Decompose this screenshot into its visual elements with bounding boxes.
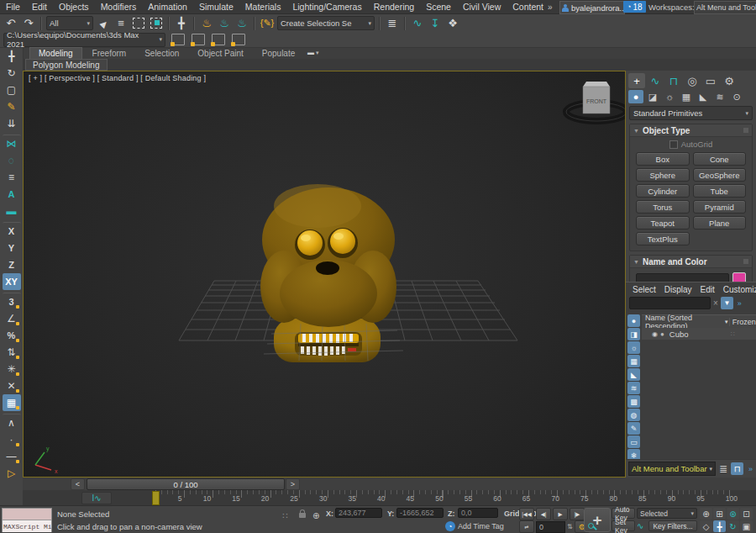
create-category-icon[interactable]: ▦ xyxy=(679,90,694,103)
zoom-region-icon[interactable]: ⊡ xyxy=(740,508,753,520)
transport-button[interactable]: ◀| xyxy=(536,508,551,520)
primitive-button[interactable]: Box xyxy=(636,152,690,166)
display-filter-icon[interactable]: ▩ xyxy=(627,395,640,408)
scene-object-row[interactable]: ◉ ● Cubo ∷ xyxy=(642,328,756,340)
search-input[interactable] xyxy=(629,297,711,309)
ribbon-tab[interactable]: Object Paint xyxy=(189,48,251,59)
scene-explorer-menu-item[interactable]: Edit xyxy=(701,285,715,294)
loop-toggle-button[interactable]: ⇄ xyxy=(519,520,534,533)
left-toolbar-icon[interactable]: ✳ xyxy=(3,361,21,377)
perspective-viewport[interactable]: FRONT x y [ + ] [ Perspective ] [ Standa… xyxy=(23,71,626,478)
workspace-tool-icon[interactable]: ⊓ xyxy=(731,462,743,475)
z-coordinate-field[interactable]: 0,0 xyxy=(458,508,498,518)
primitive-button[interactable]: Cone xyxy=(693,152,747,166)
left-toolbar-icon[interactable]: · xyxy=(3,431,21,448)
left-toolbar-icon[interactable]: ▦ xyxy=(3,394,21,411)
scene-explorer-menu-item[interactable]: Display xyxy=(664,285,692,294)
display-filter-icon[interactable]: ▦ xyxy=(627,355,640,367)
left-toolbar-icon[interactable]: 3 xyxy=(3,293,21,310)
workspace-selector[interactable]: Alt Menu and Toolbar▾ xyxy=(628,462,716,476)
schematic-view-icon[interactable]: ❖ xyxy=(445,16,460,31)
display-filter-icon[interactable]: ◍ xyxy=(627,409,640,421)
command-panel-tab-icon[interactable]: + xyxy=(628,73,645,88)
primitive-button[interactable]: Teapot xyxy=(636,216,690,230)
previous-frame-button[interactable]: < xyxy=(71,478,85,490)
maxscript-listener-pane[interactable]: MAXScript Mi xyxy=(3,520,51,532)
left-toolbar-icon[interactable]: ✎ xyxy=(3,98,21,115)
menu-item[interactable]: Simulate xyxy=(193,2,239,12)
y-coordinate-field[interactable]: -1665,652 xyxy=(396,508,444,518)
primitive-button[interactable]: Sphere xyxy=(636,168,690,182)
polygon-modeling-panel[interactable]: Polygon Modeling xyxy=(25,59,108,71)
left-toolbar-icon[interactable]: X xyxy=(3,222,21,240)
object-type-header[interactable]: ▼ Object Type xyxy=(630,124,752,137)
create-category-icon[interactable]: ⊙ xyxy=(729,90,744,103)
menu-item[interactable]: Lighting/Cameras xyxy=(286,2,367,12)
project-icon[interactable] xyxy=(191,32,206,47)
mini-curve-editor-button[interactable]: I∿ xyxy=(81,492,112,504)
project-folder-dropdown[interactable]: C:\Users\equipo\Documents\3ds Max 2021▾ xyxy=(3,33,165,47)
create-category-icon[interactable]: ☼ xyxy=(662,90,677,103)
display-filter-icon[interactable]: ● xyxy=(627,314,640,327)
field-of-view-icon[interactable]: ◇ xyxy=(700,520,712,532)
menu-item[interactable]: File xyxy=(0,2,26,12)
lock-selection-icon[interactable] xyxy=(299,513,306,518)
ribbon-tab[interactable]: Freeform xyxy=(84,48,135,59)
explorer-overflow-chevron[interactable]: » xyxy=(738,299,742,308)
menu-item[interactable]: Scene xyxy=(420,2,457,12)
new-key-curve-icon[interactable]: ∿ xyxy=(637,521,643,530)
track-bar[interactable]: I∿ 0510152025303540455055606570758085909… xyxy=(23,490,756,506)
dope-sheet-icon[interactable]: ↧ xyxy=(428,16,443,31)
name-color-header[interactable]: ▼ Name and Color xyxy=(630,256,752,268)
left-toolbar-icon[interactable]: ≡ xyxy=(3,169,21,186)
left-toolbar-icon[interactable]: ↻ xyxy=(3,65,21,82)
create-selection-set-dropdown[interactable]: Create Selection Se▾ xyxy=(277,16,375,30)
create-category-icon[interactable]: ◣ xyxy=(696,90,711,103)
menu-item[interactable]: Modifiers xyxy=(95,2,143,12)
model-head[interactable] xyxy=(260,184,396,327)
left-toolbar-icon[interactable]: ◌ xyxy=(3,152,21,169)
named-selection-sets-icon[interactable]: {✎} xyxy=(260,16,275,31)
scene-explorer-menu-item[interactable]: Select xyxy=(633,285,656,294)
left-toolbar-icon[interactable]: XY xyxy=(3,273,21,290)
render-setup-icon[interactable]: ♨ xyxy=(199,16,214,31)
next-frame-button[interactable]: > xyxy=(286,478,300,490)
project-icon[interactable] xyxy=(211,32,226,47)
current-frame-field[interactable]: 0 xyxy=(536,521,565,533)
viewport-label[interactable]: [ + ] [ Perspective ] [ Standard ] [ Def… xyxy=(29,74,206,82)
add-time-tag[interactable]: ◔ Add Time Tag xyxy=(445,521,504,531)
left-toolbar-icon[interactable]: Y xyxy=(3,240,21,256)
create-category-icon[interactable]: ◪ xyxy=(645,90,660,103)
ribbon-tab[interactable]: Modeling xyxy=(29,47,82,59)
primitive-button[interactable]: Plane xyxy=(693,216,747,230)
frozen-column-header[interactable]: Frozen xyxy=(729,318,756,326)
timeline-playhead[interactable] xyxy=(152,491,160,505)
menu-item[interactable]: Animation xyxy=(142,2,193,12)
maxscript-macro-pane[interactable] xyxy=(3,509,51,520)
create-category-icon[interactable]: ≋ xyxy=(712,90,727,103)
select-and-manipulate-icon[interactable]: ╋ xyxy=(174,16,189,31)
redo-button[interactable]: ↷ xyxy=(21,16,36,31)
manage-layers-icon[interactable]: ≣ xyxy=(385,16,400,31)
clear-search-icon[interactable]: × xyxy=(713,298,718,308)
left-toolbar-icon[interactable]: ⋈ xyxy=(3,135,21,152)
ribbon-collapse-button[interactable]: ▬▾ xyxy=(307,49,319,56)
zoom-all-icon[interactable]: ⊞ xyxy=(713,508,726,520)
x-coordinate-field[interactable]: 243,677 xyxy=(335,508,382,518)
primitive-button[interactable]: Tube xyxy=(693,184,747,198)
scene-explorer-menu-item[interactable]: Customize xyxy=(723,285,756,294)
command-panel-tab-icon[interactable]: ▭ xyxy=(702,73,719,88)
layers-stack-icon[interactable]: ≣ xyxy=(719,463,727,475)
selection-filter-dropdown[interactable]: All▾ xyxy=(46,16,93,30)
absolute-offset-toggle-icon[interactable]: ⊕ xyxy=(312,511,319,520)
menu-item[interactable]: Content xyxy=(507,2,544,12)
orbit-icon[interactable]: ↻ xyxy=(727,520,739,532)
create-category-icon[interactable]: ● xyxy=(628,90,643,103)
set-keys-button[interactable]: + xyxy=(584,508,611,532)
left-toolbar-icon[interactable]: % xyxy=(3,327,21,344)
display-filter-icon[interactable]: ◣ xyxy=(627,368,640,381)
left-toolbar-icon[interactable]: Z xyxy=(3,256,21,273)
menu-item[interactable]: Edit xyxy=(26,2,53,12)
left-toolbar-icon[interactable]: ▬ xyxy=(3,203,21,219)
left-toolbar-icon[interactable]: ▷ xyxy=(3,465,21,482)
